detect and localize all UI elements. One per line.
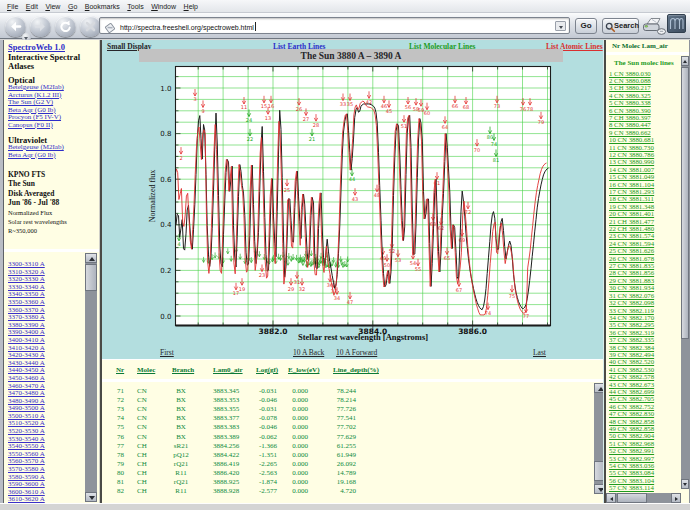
molec-line-link[interactable]: 27 CN 3881.835: [609, 262, 654, 269]
scrollbar-thumb[interactable]: [617, 493, 647, 503]
url-dropdown-icon[interactable]: [555, 21, 566, 31]
table-header-line-depth-[interactable]: Line_depth(%): [333, 366, 379, 374]
scroll-down-button[interactable]: [681, 479, 689, 489]
molec-line-link[interactable]: 29 CN 3881.883: [609, 277, 654, 284]
molec-line-link[interactable]: 2 CN 3880.088: [609, 77, 654, 84]
menu-view[interactable]: View: [45, 3, 60, 10]
stop-button[interactable]: [80, 16, 101, 37]
molec-line-link[interactable]: 12 CN 3880.786: [609, 151, 654, 158]
molec-line-link[interactable]: 22 CH 3881.480: [609, 225, 654, 232]
spectrum-plot[interactable]: The Sun 3880 A – 3890 A0.00.20.40.60.81.…: [102, 40, 603, 359]
molec-line-link[interactable]: 41 CN 3882.530: [609, 366, 654, 373]
molec-line-link[interactable]: 56 CN 3883.104: [609, 477, 654, 484]
molec-list-title-link[interactable]: The Sun molec lines: [614, 59, 674, 67]
molec-line-link[interactable]: 53 CN 3882.997: [609, 455, 654, 462]
scroll-up-button[interactable]: [681, 56, 689, 66]
molec-line-link[interactable]: 49 CN 3882.858: [609, 425, 654, 432]
table-header-nr[interactable]: Nr: [116, 366, 124, 374]
menu-edit[interactable]: Edit: [26, 3, 38, 10]
molec-line-link[interactable]: 39 CN 3882.494: [609, 351, 654, 358]
uv-atlas-link[interactable]: Beta Aqr (G0 Ib): [8, 152, 64, 160]
molec-line-link[interactable]: 5 CN 3880.338: [609, 99, 654, 106]
nav-forward-link[interactable]: 10 A Forward: [336, 348, 377, 357]
molec-line-link[interactable]: 57 CN 3883.114: [609, 484, 654, 491]
table-scrollbar[interactable]: [594, 383, 603, 494]
molec-line-link[interactable]: 37 CN 3882.335: [609, 336, 654, 343]
scroll-up-button[interactable]: [85, 253, 97, 263]
scroll-left-button[interactable]: [606, 493, 616, 503]
molec-line-link[interactable]: 1 CN 3880.030: [609, 70, 654, 77]
molec-vscrollbar[interactable]: [681, 56, 689, 489]
scroll-down-button[interactable]: [85, 492, 97, 502]
scrollbar-thumb[interactable]: [594, 461, 603, 481]
menu-window[interactable]: Window: [151, 3, 176, 10]
reload-button[interactable]: [55, 16, 76, 37]
molec-line-link[interactable]: 32 CN 3882.098: [609, 299, 654, 306]
molec-line-link[interactable]: 30 CN 3881.934: [609, 284, 654, 291]
molec-line-link[interactable]: 42 CN 3882.578: [609, 373, 654, 380]
molec-line-link[interactable]: 8 CN 3880.447: [609, 121, 654, 128]
molec-line-link[interactable]: 54 CN 3883.036: [609, 462, 654, 469]
scroll-up-button[interactable]: [594, 383, 603, 393]
molec-line-link[interactable]: 19 CN 3881.348: [609, 203, 654, 210]
molec-line-link[interactable]: 45 CN 3882.705: [609, 395, 654, 402]
menu-help[interactable]: Help: [184, 3, 198, 10]
molec-line-link[interactable]: 43 CN 3882.673: [609, 381, 654, 388]
molec-line-link[interactable]: 47 CN 3882.830: [609, 410, 654, 417]
molec-line-link[interactable]: 25 CN 3881.626: [609, 247, 654, 254]
molec-hscrollbar[interactable]: [606, 493, 681, 503]
molec-line-link[interactable]: 4 CN 3880.325: [609, 92, 654, 99]
menu-file[interactable]: File: [7, 3, 18, 10]
scrollbar-thumb[interactable]: [85, 264, 97, 291]
table-header-lam0-air[interactable]: Lam0_air: [213, 366, 243, 374]
nav-last-link[interactable]: Last: [533, 348, 546, 357]
scroll-right-button[interactable]: [671, 493, 681, 503]
molec-line-link[interactable]: 48 CN 3882.858: [609, 418, 654, 425]
molec-line-link[interactable]: 31 CN 3882.076: [609, 292, 654, 299]
search-button[interactable]: Search: [602, 18, 639, 34]
molec-line-link[interactable]: 35 CN 3882.295: [609, 321, 654, 328]
optical-atlas-link[interactable]: Canopus (F0 II): [8, 122, 64, 130]
molec-line-link[interactable]: 10 CN 3880.681: [609, 136, 654, 143]
table-header-e-low-ev-[interactable]: E_low(eV): [288, 366, 320, 374]
molec-line-link[interactable]: 6 CN 3880.390: [609, 107, 654, 114]
molec-line-link[interactable]: 16 CN 3881.104: [609, 181, 654, 188]
url-bar[interactable]: http://spectra.freeshell.org/spectroweb.…: [99, 17, 570, 34]
molec-line-link[interactable]: 44 CN 3882.699: [609, 388, 654, 395]
molec-line-link[interactable]: 7 CH 3880.397: [609, 114, 654, 121]
menu-tools[interactable]: Tools: [127, 3, 143, 10]
molec-line-link[interactable]: 55 CN 3883.084: [609, 469, 654, 476]
wavelength-scrollbar[interactable]: [85, 253, 97, 502]
go-button[interactable]: Go: [575, 18, 597, 34]
molec-line-link[interactable]: 9 CN 3880.662: [609, 129, 654, 136]
nav-first-link[interactable]: First: [160, 348, 174, 357]
menu-go[interactable]: Go: [68, 3, 77, 10]
molec-line-link[interactable]: 33 CN 3882.119: [609, 307, 654, 314]
molec-line-link[interactable]: 3 CH 3880.217: [609, 84, 654, 91]
table-header-molec[interactable]: Molec: [137, 366, 155, 374]
printer-icon[interactable]: [640, 14, 667, 36]
molec-line-link[interactable]: 46 CN 3882.752: [609, 403, 654, 410]
molec-line-link[interactable]: 50 CN 3882.904: [609, 432, 654, 439]
molec-line-link[interactable]: 20 CN 3881.401: [609, 210, 654, 217]
molec-line-link[interactable]: 28 CN 3881.856: [609, 269, 654, 276]
molec-line-link[interactable]: 34 CN 3882.170: [609, 314, 654, 321]
menu-bookmarks[interactable]: Bookmarks: [85, 3, 120, 10]
wavelength-range-link[interactable]: 3610-3620 A: [8, 496, 45, 503]
molec-line-link[interactable]: 15 CN 3881.049: [609, 173, 654, 180]
molec-line-link[interactable]: 11 CN 3880.730: [609, 144, 654, 151]
url-input[interactable]: http://spectra.freeshell.org/spectroweb.…: [120, 22, 256, 31]
molec-line-link[interactable]: 18 CN 3881.311: [609, 195, 654, 202]
molec-line-link[interactable]: 38 CN 3882.384: [609, 344, 654, 351]
molec-line-link[interactable]: 24 CN 3881.594: [609, 240, 654, 247]
nav-back-link[interactable]: 10 A Back: [293, 348, 324, 357]
mozilla-throbber[interactable]: [667, 14, 686, 33]
table-header-branch[interactable]: Branch: [172, 366, 194, 374]
molec-line-link[interactable]: 36 CN 3882.319: [609, 329, 654, 336]
molec-line-link[interactable]: 21 CH 3881.477: [609, 218, 654, 225]
table-header-log-gf-[interactable]: Log(gf): [256, 366, 278, 374]
molec-line-link[interactable]: 52 CN 3882.991: [609, 447, 654, 454]
scrollbar-thumb[interactable]: [681, 67, 689, 339]
spectroweb-home-link[interactable]: SpectroWeb 1.0: [8, 42, 65, 52]
molec-line-link[interactable]: 17 CN 3881.293: [609, 188, 654, 195]
